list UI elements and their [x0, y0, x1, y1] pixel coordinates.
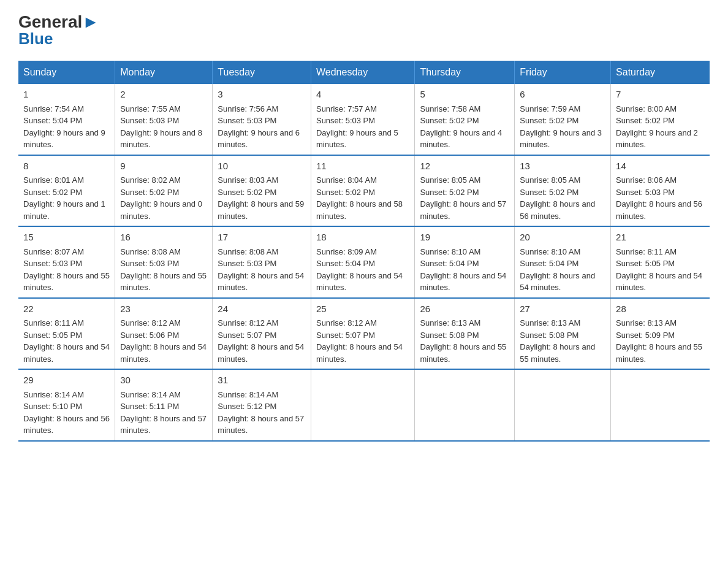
day-number: 30 [120, 373, 207, 388]
column-header-tuesday: Tuesday [213, 61, 311, 84]
page-header: General ► Blue [18, 12, 710, 48]
day-number: 15 [23, 231, 110, 245]
day-info: Sunrise: 8:11 AMSunset: 5:05 PMDaylight:… [23, 317, 110, 365]
day-number: 13 [520, 159, 605, 174]
day-info: Sunrise: 8:06 AMSunset: 5:03 PMDaylight:… [616, 174, 705, 222]
calendar-cell [611, 369, 710, 441]
day-info: Sunrise: 7:54 AMSunset: 5:04 PMDaylight:… [23, 103, 110, 151]
day-info: Sunrise: 8:03 AMSunset: 5:02 PMDaylight:… [218, 174, 306, 222]
day-number: 23 [120, 302, 207, 316]
day-number: 8 [23, 159, 110, 174]
day-number: 10 [218, 159, 306, 174]
calendar-cell: 20Sunrise: 8:10 AMSunset: 5:04 PMDayligh… [515, 226, 611, 298]
day-info: Sunrise: 8:09 AMSunset: 5:04 PMDaylight:… [316, 246, 409, 294]
calendar-cell: 5Sunrise: 7:58 AMSunset: 5:02 PMDaylight… [415, 84, 515, 155]
day-number: 11 [316, 159, 409, 174]
day-info: Sunrise: 8:13 AMSunset: 5:09 PMDaylight:… [616, 317, 705, 365]
day-number: 7 [616, 88, 705, 102]
calendar-week-row: 8Sunrise: 8:01 AMSunset: 5:02 PMDaylight… [18, 155, 710, 227]
calendar-week-row: 29Sunrise: 8:14 AMSunset: 5:10 PMDayligh… [18, 369, 710, 441]
calendar-cell [415, 369, 515, 441]
day-number: 24 [218, 302, 306, 316]
column-header-friday: Friday [515, 61, 611, 84]
day-info: Sunrise: 8:07 AMSunset: 5:03 PMDaylight:… [23, 246, 110, 294]
day-number: 17 [218, 231, 306, 245]
calendar-table: SundayMondayTuesdayWednesdayThursdayFrid… [18, 61, 710, 442]
day-number: 27 [520, 302, 605, 316]
calendar-cell: 3Sunrise: 7:56 AMSunset: 5:03 PMDaylight… [213, 84, 311, 155]
calendar-header: SundayMondayTuesdayWednesdayThursdayFrid… [18, 61, 710, 84]
column-header-monday: Monday [115, 61, 213, 84]
day-number: 2 [120, 88, 207, 102]
day-info: Sunrise: 8:14 AMSunset: 5:11 PMDaylight:… [120, 389, 207, 437]
calendar-week-row: 15Sunrise: 8:07 AMSunset: 5:03 PMDayligh… [18, 226, 710, 298]
day-number: 14 [616, 159, 705, 174]
calendar-cell: 10Sunrise: 8:03 AMSunset: 5:02 PMDayligh… [213, 155, 311, 227]
day-number: 21 [616, 231, 705, 245]
day-info: Sunrise: 7:56 AMSunset: 5:03 PMDaylight:… [218, 103, 306, 151]
calendar-cell: 26Sunrise: 8:13 AMSunset: 5:08 PMDayligh… [415, 298, 515, 370]
calendar-cell: 2Sunrise: 7:55 AMSunset: 5:03 PMDaylight… [115, 84, 213, 155]
day-number: 25 [316, 302, 409, 316]
day-info: Sunrise: 8:12 AMSunset: 5:07 PMDaylight:… [316, 317, 409, 365]
day-info: Sunrise: 8:05 AMSunset: 5:02 PMDaylight:… [420, 174, 509, 222]
day-info: Sunrise: 8:10 AMSunset: 5:04 PMDaylight:… [520, 246, 605, 294]
day-number: 16 [120, 231, 207, 245]
day-number: 28 [616, 302, 705, 316]
logo: General ► Blue [18, 12, 99, 48]
day-number: 31 [218, 373, 306, 388]
calendar-cell: 19Sunrise: 8:10 AMSunset: 5:04 PMDayligh… [415, 226, 515, 298]
calendar-cell: 4Sunrise: 7:57 AMSunset: 5:03 PMDaylight… [311, 84, 414, 155]
day-info: Sunrise: 8:04 AMSunset: 5:02 PMDaylight:… [316, 174, 409, 222]
day-number: 6 [520, 88, 605, 102]
day-info: Sunrise: 8:14 AMSunset: 5:10 PMDaylight:… [23, 389, 110, 437]
column-header-sunday: Sunday [18, 61, 115, 84]
day-info: Sunrise: 8:01 AMSunset: 5:02 PMDaylight:… [23, 174, 110, 222]
day-info: Sunrise: 8:08 AMSunset: 5:03 PMDaylight:… [218, 246, 306, 294]
calendar-cell: 18Sunrise: 8:09 AMSunset: 5:04 PMDayligh… [311, 226, 414, 298]
day-number: 5 [420, 88, 509, 102]
calendar-cell [515, 369, 611, 441]
calendar-cell: 12Sunrise: 8:05 AMSunset: 5:02 PMDayligh… [415, 155, 515, 227]
calendar-cell: 25Sunrise: 8:12 AMSunset: 5:07 PMDayligh… [311, 298, 414, 370]
calendar-cell: 23Sunrise: 8:12 AMSunset: 5:06 PMDayligh… [115, 298, 213, 370]
day-number: 4 [316, 88, 409, 102]
day-number: 29 [23, 373, 110, 388]
day-number: 19 [420, 231, 509, 245]
day-number: 18 [316, 231, 409, 245]
day-info: Sunrise: 7:55 AMSunset: 5:03 PMDaylight:… [120, 103, 207, 151]
day-number: 1 [23, 88, 110, 102]
day-info: Sunrise: 8:11 AMSunset: 5:05 PMDaylight:… [616, 246, 705, 294]
calendar-cell: 13Sunrise: 8:05 AMSunset: 5:02 PMDayligh… [515, 155, 611, 227]
calendar-cell: 22Sunrise: 8:11 AMSunset: 5:05 PMDayligh… [18, 298, 115, 370]
calendar-cell: 17Sunrise: 8:08 AMSunset: 5:03 PMDayligh… [213, 226, 311, 298]
day-info: Sunrise: 7:59 AMSunset: 5:02 PMDaylight:… [520, 103, 605, 151]
day-number: 22 [23, 302, 110, 316]
column-header-thursday: Thursday [415, 61, 515, 84]
calendar-cell: 1Sunrise: 7:54 AMSunset: 5:04 PMDaylight… [18, 84, 115, 155]
calendar-cell: 29Sunrise: 8:14 AMSunset: 5:10 PMDayligh… [18, 369, 115, 441]
calendar-cell: 21Sunrise: 8:11 AMSunset: 5:05 PMDayligh… [611, 226, 710, 298]
calendar-cell: 14Sunrise: 8:06 AMSunset: 5:03 PMDayligh… [611, 155, 710, 227]
calendar-cell: 28Sunrise: 8:13 AMSunset: 5:09 PMDayligh… [611, 298, 710, 370]
day-info: Sunrise: 8:08 AMSunset: 5:03 PMDaylight:… [120, 246, 207, 294]
day-number: 12 [420, 159, 509, 174]
column-header-wednesday: Wednesday [311, 61, 414, 84]
day-info: Sunrise: 8:13 AMSunset: 5:08 PMDaylight:… [520, 317, 605, 365]
calendar-cell: 31Sunrise: 8:14 AMSunset: 5:12 PMDayligh… [213, 369, 311, 441]
day-info: Sunrise: 7:57 AMSunset: 5:03 PMDaylight:… [316, 103, 409, 151]
day-info: Sunrise: 7:58 AMSunset: 5:02 PMDaylight:… [420, 103, 509, 151]
day-info: Sunrise: 8:12 AMSunset: 5:06 PMDaylight:… [120, 317, 207, 365]
day-info: Sunrise: 8:00 AMSunset: 5:02 PMDaylight:… [616, 103, 705, 151]
day-number: 3 [218, 88, 306, 102]
column-header-saturday: Saturday [611, 61, 710, 84]
calendar-week-row: 1Sunrise: 7:54 AMSunset: 5:04 PMDaylight… [18, 84, 710, 155]
calendar-body: 1Sunrise: 7:54 AMSunset: 5:04 PMDaylight… [18, 84, 710, 441]
calendar-cell: 24Sunrise: 8:12 AMSunset: 5:07 PMDayligh… [213, 298, 311, 370]
calendar-cell: 16Sunrise: 8:08 AMSunset: 5:03 PMDayligh… [115, 226, 213, 298]
day-info: Sunrise: 8:13 AMSunset: 5:08 PMDaylight:… [420, 317, 509, 365]
calendar-cell: 8Sunrise: 8:01 AMSunset: 5:02 PMDaylight… [18, 155, 115, 227]
calendar-cell: 7Sunrise: 8:00 AMSunset: 5:02 PMDaylight… [611, 84, 710, 155]
day-number: 20 [520, 231, 605, 245]
logo-blue-line: Blue [18, 29, 99, 48]
